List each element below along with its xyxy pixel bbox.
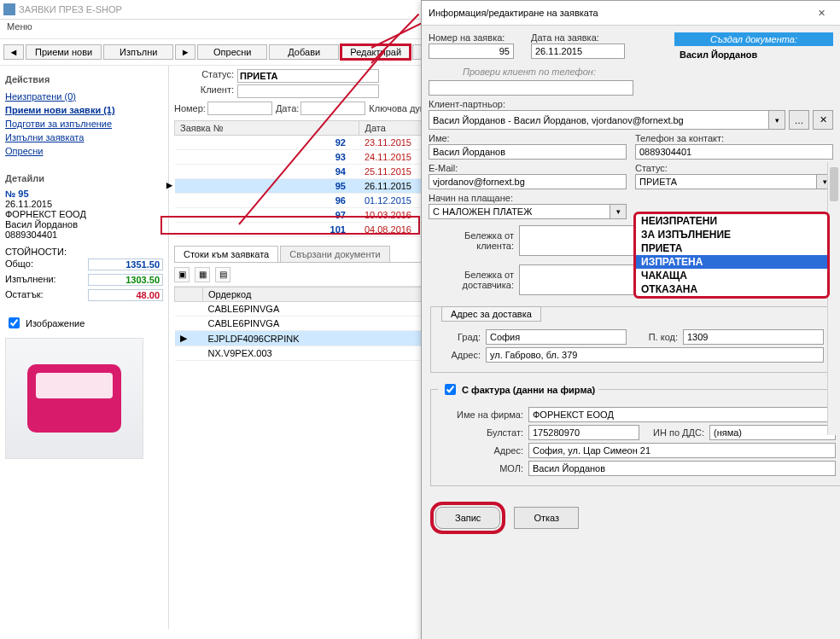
client-filter-input[interactable]	[237, 84, 379, 98]
action-link[interactable]: Изпълни заявката	[5, 132, 163, 142]
pay-label: Начин на плащане:	[429, 193, 627, 203]
image-checkbox[interactable]	[9, 317, 20, 328]
no-label: Номер на заявка:	[429, 32, 514, 43]
action-link[interactable]: Неизпратени (0)	[5, 91, 163, 102]
status-option[interactable]: ИЗПРАТЕНА	[636, 255, 827, 269]
date-label: Дата на заявка:	[531, 32, 625, 43]
nav-prev-button[interactable]: ◄	[3, 44, 24, 60]
date-input[interactable]	[531, 44, 625, 59]
rest-value: 48.00	[88, 289, 163, 301]
edit-dialog: Информация/редактиране на заявката ✕ Ном…	[421, 0, 840, 639]
dlnote-label: Бележка от доставчика:	[429, 270, 514, 290]
details-company: ФОРНЕКСТ ЕООД	[5, 209, 163, 219]
partner-combo[interactable]	[429, 110, 769, 130]
delivery-address-group: Адрес за доставка Град: П. код: Адрес:	[430, 306, 831, 373]
name-label: Име:	[429, 133, 627, 143]
chevron-down-icon[interactable]: ▾	[769, 110, 785, 130]
check-client-input[interactable]	[429, 80, 633, 96]
bulstat-input[interactable]	[528, 425, 639, 440]
delivery-address-button[interactable]: Адрес за доставка	[441, 306, 541, 322]
details-date: 26.11.2015	[5, 199, 163, 209]
no-filter-label: Номер:	[174, 103, 206, 113]
invoice-checkbox[interactable]	[445, 384, 456, 395]
addr-input[interactable]	[486, 347, 824, 363]
action-link[interactable]: Приеми нови заявки (1)	[5, 105, 163, 115]
details-phone: 0889304401	[5, 229, 163, 240]
date-filter-label: Дата:	[276, 103, 299, 113]
tool-icon[interactable]: ▤	[215, 267, 230, 282]
city-label: Град:	[438, 332, 481, 342]
created-by-badge: Създал документа:	[674, 32, 833, 46]
window-title: ЗАЯВКИ ПРЕЗ E-SHOP	[19, 4, 122, 15]
status-option[interactable]: ПРИЕТА	[636, 241, 827, 255]
action-link[interactable]: Опресни	[5, 146, 163, 156]
total-label: Общо:	[5, 259, 33, 270]
tool-icon[interactable]: ▦	[195, 267, 210, 282]
status-filter-label: Статус:	[174, 69, 234, 83]
invoice-group: С фактура (данни на фирма) Име на фирма:…	[430, 381, 840, 486]
partner-label: Клиент-партньор:	[429, 99, 833, 109]
pay-combo[interactable]	[429, 204, 610, 219]
execute-button[interactable]: Изпълни	[103, 44, 173, 60]
done-label: Изпълнени:	[5, 274, 56, 286]
product-image	[5, 338, 143, 459]
details-person: Васил Йорданов	[5, 219, 163, 229]
bulstat-label: Булстат:	[438, 427, 523, 438]
vat-input[interactable]	[709, 425, 836, 440]
zip-label: П. код:	[632, 332, 678, 342]
col-no[interactable]: Заявка №	[175, 121, 359, 136]
city-input[interactable]	[486, 329, 627, 345]
scrollbar[interactable]	[827, 162, 840, 435]
chevron-down-icon[interactable]: ▾	[610, 204, 627, 219]
tab-items[interactable]: Стоки към заявката	[174, 246, 278, 262]
mol-input[interactable]	[528, 461, 836, 476]
add-button[interactable]: Добави	[269, 44, 339, 60]
faddr-input[interactable]	[528, 443, 836, 458]
action-link[interactable]: Подготви за изпълнение	[5, 119, 163, 129]
no-input[interactable]	[429, 44, 514, 59]
created-by-value: Васил Йорданов	[674, 46, 833, 63]
email-input[interactable]	[429, 174, 627, 189]
status-dropdown[interactable]: НЕИЗПРАТЕНИ ЗА ИЗПЪЛНЕНИЕ ПРИЕТА ИЗПРАТЕ…	[633, 212, 830, 299]
accept-new-button[interactable]: Приеми нови	[26, 44, 102, 60]
nav-next-button[interactable]: ►	[175, 44, 195, 60]
dialog-close-button[interactable]: ✕	[809, 4, 833, 21]
zip-input[interactable]	[683, 329, 824, 345]
values-title: СТОЙНОСТИ:	[5, 247, 163, 257]
status-combo[interactable]	[635, 174, 817, 189]
check-client-label: Провери клиент по телефон:	[463, 67, 833, 77]
total-value: 1351.50	[88, 259, 163, 270]
addr-label: Адрес:	[438, 350, 481, 360]
done-value: 1303.50	[88, 274, 163, 286]
cancel-button[interactable]: Отказ	[514, 507, 579, 529]
name-input[interactable]	[429, 144, 627, 160]
details-title: Детайли	[5, 173, 163, 183]
tab-linked[interactable]: Свързани документи	[280, 246, 390, 262]
invoice-legend[interactable]: С фактура (данни на фирма)	[438, 381, 598, 398]
no-filter-input[interactable]	[207, 102, 272, 115]
phone-input[interactable]	[635, 144, 833, 160]
status-option[interactable]: ЧАКАЩА	[636, 269, 827, 282]
tool-icon[interactable]: ▣	[174, 267, 190, 282]
faddr-label: Адрес:	[438, 445, 523, 456]
status-option[interactable]: НЕИЗПРАТЕНИ	[636, 214, 827, 228]
firm-input[interactable]	[528, 407, 836, 422]
status-label: Статус:	[635, 163, 833, 173]
status-option[interactable]: ЗА ИЗПЪЛНЕНИЕ	[636, 228, 827, 241]
email-label: E-Mail:	[429, 163, 627, 173]
save-button[interactable]: Запис	[435, 507, 500, 529]
clnote-label: Бележка от клиента:	[429, 230, 514, 251]
app-icon	[3, 3, 15, 15]
rest-label: Остатък:	[5, 289, 44, 301]
refresh-button[interactable]: Опресни	[197, 44, 267, 60]
details-no: № 95	[5, 189, 163, 199]
client-filter-label: Клиент:	[174, 84, 234, 98]
mol-label: МОЛ:	[438, 463, 523, 473]
partner-clear-button[interactable]: ✕	[813, 110, 833, 130]
actions-title: Действия	[5, 74, 163, 84]
phone-label: Телефон за контакт:	[635, 133, 833, 143]
menu-item[interactable]: Меню	[7, 21, 32, 32]
partner-more-button[interactable]: …	[789, 110, 809, 130]
vat-label: ИН по ДДС:	[645, 427, 704, 438]
status-option[interactable]: ОТКАЗАНА	[636, 282, 827, 296]
